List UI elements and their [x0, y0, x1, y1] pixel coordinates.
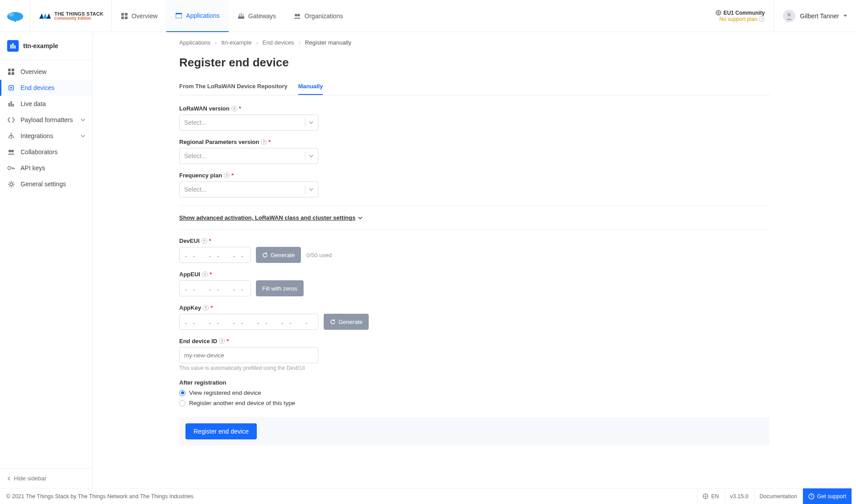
help-icon[interactable]: ? [202, 238, 207, 244]
fill-zeros-button[interactable]: Fill with zeros [256, 280, 304, 296]
sidebar-item-end-devices[interactable]: End devices [0, 80, 92, 96]
cluster-info[interactable]: EU1 Community No support plan ? [707, 0, 774, 32]
fill-zeros-label: Fill with zeros [262, 285, 297, 292]
chevron-right-icon: › [256, 39, 258, 46]
device-id-label: End device ID [179, 338, 217, 344]
svg-rect-2 [14, 20, 16, 22]
nav-overview[interactable]: Overview [112, 0, 166, 32]
svg-rect-5 [121, 16, 124, 19]
lorawan-version-select[interactable]: Select... [179, 115, 318, 131]
help-icon[interactable]: ? [202, 271, 208, 277]
nav-organizations-label: Organizations [305, 12, 343, 20]
help-icon[interactable]: ? [219, 338, 225, 344]
help-icon: ? [759, 16, 765, 22]
refresh-icon [262, 252, 268, 258]
radio-register-another[interactable]: Register another end device of this type [179, 400, 770, 406]
application-icon [175, 12, 182, 19]
regional-params-select[interactable]: Select... [179, 148, 318, 164]
chevron-left-icon [7, 476, 10, 481]
svg-point-11 [297, 14, 300, 16]
svg-rect-24 [11, 101, 12, 107]
svg-rect-6 [125, 16, 128, 19]
sidebar-item-api-keys[interactable]: API keys [0, 160, 92, 176]
select-placeholder: Select... [184, 119, 301, 126]
chevron-down-icon [309, 188, 313, 191]
chevron-right-icon: › [215, 39, 217, 46]
sidebar-item-live-data[interactable]: Live data [0, 96, 92, 112]
register-end-device-button[interactable]: Register end device [185, 423, 257, 439]
brand[interactable]: THE THINGS STACK Community Edition [30, 0, 112, 32]
appkey-input[interactable] [179, 314, 318, 330]
radio-icon [179, 400, 185, 406]
top-header: THE THINGS STACK Community Edition Overv… [0, 0, 856, 32]
device-id-hint: This value is automatically prefilled us… [179, 365, 770, 371]
nav-organizations[interactable]: Organizations [285, 0, 352, 32]
ttn-logo[interactable] [0, 0, 30, 32]
svg-rect-18 [12, 69, 14, 71]
avatar [783, 10, 795, 22]
after-registration-label: After registration [179, 379, 226, 386]
help-icon[interactable]: ? [231, 106, 237, 111]
help-icon[interactable]: ? [261, 139, 267, 145]
sidebar-item-label: Collaborators [21, 148, 58, 156]
sidebar-item-label: Payload formatters [21, 116, 73, 123]
nav-gateways-label: Gateways [248, 12, 276, 20]
app-header[interactable]: ttn-example [0, 32, 92, 60]
no-plan-label: No support plan [720, 16, 757, 22]
svg-rect-19 [8, 72, 11, 75]
generate-label: Generate [338, 319, 362, 325]
main-content: Applications › ttn-example › End devices… [93, 32, 856, 488]
nav-gateways[interactable]: Gateways [229, 0, 285, 32]
crumb-end-devices[interactable]: End devices [263, 39, 294, 46]
svg-point-26 [11, 133, 12, 134]
svg-rect-17 [8, 69, 11, 71]
frequency-plan-select[interactable]: Select... [179, 181, 318, 197]
svg-point-31 [11, 150, 14, 152]
deveui-label: DevEUI [179, 238, 200, 244]
bars-icon [7, 101, 15, 107]
cluster-name: EU1 Community [724, 10, 765, 16]
subtabs: From The LoRaWAN Device Repository Manua… [179, 78, 770, 95]
crumb-applications[interactable]: Applications [179, 39, 210, 46]
help-icon[interactable]: ? [203, 305, 209, 311]
sidebar-item-label: General settings [21, 180, 66, 188]
sidebar-item-payload-formatters[interactable]: Payload formatters [0, 112, 92, 128]
appeui-input[interactable] [179, 280, 251, 296]
crumb-app[interactable]: ttn-example [221, 39, 251, 46]
tab-manually[interactable]: Manually [298, 78, 323, 95]
generate-appkey-button[interactable]: Generate [324, 314, 369, 330]
radio-icon [179, 390, 185, 396]
gear-icon [7, 181, 15, 188]
hide-sidebar-button[interactable]: Hide sidebar [0, 468, 92, 488]
nav-applications-label: Applications [186, 12, 220, 19]
svg-rect-16 [14, 45, 16, 49]
brand-title: THE THINGS STACK [54, 11, 103, 16]
user-name: Gilbert Tanner [800, 12, 839, 20]
help-icon[interactable]: ? [224, 172, 230, 178]
advanced-settings-toggle[interactable]: Show advanced activation, LoRaWAN class … [179, 214, 362, 221]
device-id-input[interactable] [179, 347, 318, 363]
sidebar-item-integrations[interactable]: Integrations [0, 128, 92, 144]
page-title: Register end device [179, 56, 856, 70]
generate-deveui-button[interactable]: Generate [256, 247, 301, 263]
svg-point-22 [10, 87, 12, 89]
sidebar-item-overview[interactable]: Overview [0, 64, 92, 80]
svg-point-1 [8, 13, 14, 16]
deveui-input[interactable] [179, 247, 251, 263]
sidebar-item-collaborators[interactable]: Collaborators [0, 144, 92, 160]
key-icon [7, 166, 15, 170]
appkey-label: AppKey [179, 304, 201, 311]
nav-applications[interactable]: Applications [166, 0, 229, 32]
radio-register-more-label: Register another end device of this type [189, 400, 295, 406]
user-menu[interactable]: Gilbert Tanner [774, 10, 856, 22]
sidebar-item-label: Live data [21, 100, 46, 107]
chevron-down-icon [81, 119, 85, 121]
regional-params-label: Regional Parameters version [179, 139, 259, 145]
main-nav: Overview Applications Gateways Organizat… [112, 0, 352, 32]
radio-view-device[interactable]: View registered end device [179, 389, 770, 396]
device-icon [7, 85, 15, 91]
sidebar-item-general-settings[interactable]: General settings [0, 176, 92, 192]
tab-device-repo[interactable]: From The LoRaWAN Device Repository [179, 78, 288, 95]
chevron-down-icon [358, 217, 362, 219]
svg-point-33 [10, 183, 12, 185]
